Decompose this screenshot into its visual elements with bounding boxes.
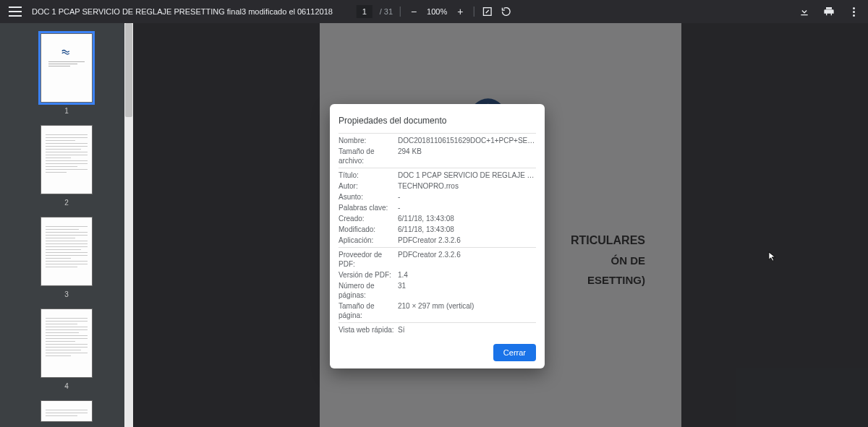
property-row: Vista web rápida:Sí: [339, 324, 536, 335]
property-value: 6/11/18, 13:43:08: [398, 214, 454, 223]
dialog-section: Proveedor de PDF:PDFCreator 2.3.2.6Versi…: [339, 247, 536, 322]
property-value: -: [398, 203, 400, 212]
download-icon[interactable]: [799, 6, 810, 17]
property-value: 6/11/18, 13:43:08: [398, 225, 454, 234]
document-title: DOC 1 PCAP SERVICIO DE REGLAJE PRESETTIN…: [32, 7, 333, 16]
property-label: Palabras clave:: [339, 203, 398, 212]
property-value: 210 × 297 mm (vertical): [398, 301, 474, 320]
dialog-title: Propiedades del documento: [339, 116, 536, 126]
property-row: Nombre:DOC20181106151629DOC+1+PCP+SERVIC…: [339, 135, 536, 146]
property-label: Nombre:: [339, 136, 398, 145]
property-value: -: [398, 192, 400, 202]
property-row: Asunto:-: [339, 191, 536, 202]
property-label: Versión de PDF:: [339, 270, 398, 280]
thumbnail-page-5[interactable]: [41, 400, 93, 422]
property-row: Autor:TECHNOPRO.rros: [339, 181, 536, 191]
property-label: Modificado:: [339, 225, 398, 234]
property-label: Proveedor de PDF:: [339, 250, 398, 269]
property-row: Número de páginas:31: [339, 280, 536, 301]
property-row: Modificado:6/11/18, 13:43:08: [339, 224, 536, 235]
dialog-section: Título:DOC 1 PCAP SERVICIO DE REGLAJE PR…: [339, 168, 536, 247]
separator: [473, 7, 474, 17]
property-label: Tamaño de archivo:: [339, 147, 398, 165]
property-value: Sí: [398, 325, 404, 335]
close-button[interactable]: Cerrar: [493, 344, 536, 361]
property-label: Aplicación:: [339, 236, 398, 245]
dialog-section: Nombre:DOC20181106151629DOC+1+PCP+SERVIC…: [339, 133, 536, 168]
rotate-icon[interactable]: [500, 6, 511, 17]
property-row: Tamaño de archivo:294 KB: [339, 146, 536, 166]
thumbnail-page-1[interactable]: [41, 33, 93, 103]
zoom-in-button[interactable]: +: [454, 6, 466, 17]
property-value: DOC20181106151629DOC+1+PCP+SERVICIO+RE…: [398, 136, 536, 145]
thumbnail-number: 4: [64, 382, 69, 390]
property-row: Proveedor de PDF:PDFCreator 2.3.2.6: [339, 249, 536, 269]
menu-icon[interactable]: [9, 7, 22, 17]
property-value: TECHNOPRO.rros: [398, 181, 459, 191]
property-value: 31: [398, 281, 406, 300]
zoom-out-button[interactable]: −: [408, 6, 420, 17]
thumbnail-number: 2: [64, 199, 69, 207]
thumbnail-number: 3: [64, 290, 69, 298]
zoom-level: 100%: [427, 7, 447, 16]
property-row: Título:DOC 1 PCAP SERVICIO DE REGLAJE PR…: [339, 170, 536, 181]
separator: [400, 7, 401, 17]
property-row: Versión de PDF:1.4: [339, 269, 536, 280]
page-total: / 31: [380, 7, 393, 16]
print-icon[interactable]: [823, 6, 835, 17]
thumbnail-page-2[interactable]: [41, 125, 93, 194]
document-properties-dialog: Propiedades del documento Nombre:DOC2018…: [330, 104, 545, 368]
property-label: Número de páginas:: [339, 281, 398, 300]
property-value: PDFCreator 2.3.2.6: [398, 250, 461, 269]
property-value: PDFCreator 2.3.2.6: [398, 236, 461, 245]
property-row: Creado:6/11/18, 13:43:08: [339, 213, 536, 224]
property-label: Tamaño de página:: [339, 301, 398, 320]
toolbar: DOC 1 PCAP SERVICIO DE REGLAJE PRESETTIN…: [0, 0, 868, 23]
thumbnail-sidebar[interactable]: 1 2 3 4: [0, 23, 133, 427]
sidebar-scrollbar[interactable]: [124, 23, 133, 427]
property-row: Aplicación:PDFCreator 2.3.2.6: [339, 235, 536, 246]
property-row: Palabras clave:-: [339, 202, 536, 213]
property-value: 1.4: [398, 270, 408, 280]
property-value: DOC 1 PCAP SERVICIO DE REGLAJE PRESETTIN…: [398, 171, 536, 180]
property-label: Creado:: [339, 214, 398, 223]
property-label: Vista web rápida:: [339, 325, 398, 335]
fit-page-icon[interactable]: [481, 6, 493, 17]
more-icon[interactable]: [848, 6, 859, 17]
page-number-input[interactable]: [357, 5, 373, 18]
thumbnail-page-4[interactable]: [41, 309, 93, 378]
property-label: Asunto:: [339, 192, 398, 202]
property-value: 294 KB: [398, 147, 422, 165]
property-label: Título:: [339, 171, 398, 180]
property-label: Autor:: [339, 181, 398, 191]
thumbnail-page-3[interactable]: [41, 217, 93, 286]
thumbnail-number: 1: [64, 107, 69, 115]
property-row: Tamaño de página:210 × 297 mm (vertical): [339, 301, 536, 321]
dialog-section: Vista web rápida:Sí: [339, 322, 536, 337]
